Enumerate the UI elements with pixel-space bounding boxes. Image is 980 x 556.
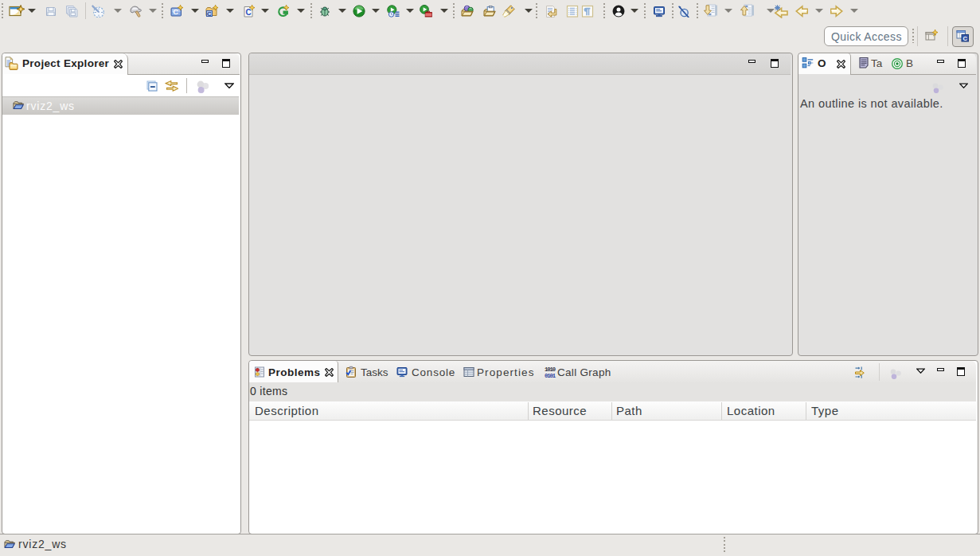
svg-text:C: C [962, 35, 967, 42]
svg-text:C: C [245, 8, 251, 17]
svg-text:C: C [207, 10, 212, 18]
svg-text:0101: 0101 [545, 373, 556, 378]
svg-text:C: C [173, 7, 178, 16]
